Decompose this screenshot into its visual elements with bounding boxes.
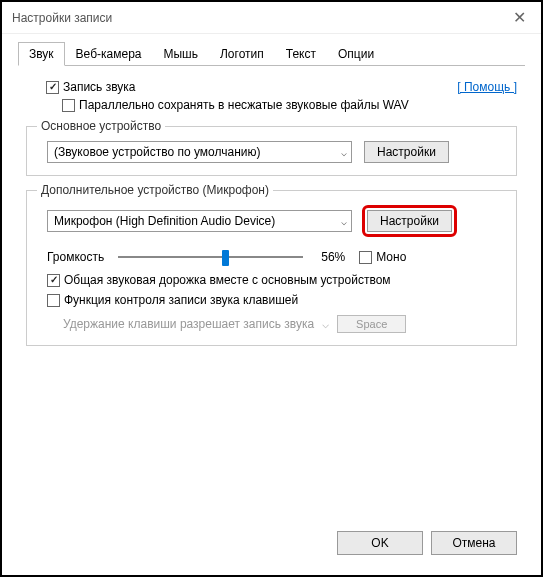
tab-options[interactable]: Опции	[327, 42, 385, 65]
slider-thumb[interactable]	[222, 250, 229, 266]
checkbox-mono[interactable]: Моно	[359, 250, 406, 264]
hotkey-input: Space	[337, 315, 406, 333]
secondary-settings-button[interactable]: Настройки	[367, 210, 452, 232]
checkbox-save-wav[interactable]: Параллельно сохранять в несжатые звуковы…	[62, 98, 409, 112]
check-icon	[62, 99, 75, 112]
secondary-device-legend: Дополнительное устройство (Микрофон)	[37, 183, 273, 197]
chevron-down-icon: ⌵	[322, 317, 329, 331]
secondary-device-combo[interactable]: Микрофон (High Definition Audio Device) …	[47, 210, 352, 232]
checkbox-record-sound[interactable]: Запись звука	[46, 80, 136, 94]
secondary-device-value: Микрофон (High Definition Audio Device)	[54, 214, 337, 228]
slider-track	[118, 256, 303, 258]
check-icon	[47, 294, 60, 307]
checkbox-key-control[interactable]: Функция контроля записи звука клавишей	[47, 293, 298, 307]
volume-label: Громкость	[47, 250, 104, 264]
checkbox-mono-label: Моно	[376, 250, 406, 264]
checkbox-key-control-label: Функция контроля записи звука клавишей	[64, 293, 298, 307]
primary-settings-button[interactable]: Настройки	[364, 141, 449, 163]
checkbox-common-track-label: Общая звуковая дорожка вместе с основным…	[64, 273, 391, 287]
tab-logo[interactable]: Логотип	[209, 42, 275, 65]
check-icon	[359, 251, 372, 264]
primary-device-combo[interactable]: (Звуковое устройство по умолчанию) ⌵	[47, 141, 352, 163]
checkbox-save-wav-label: Параллельно сохранять в несжатые звуковы…	[79, 98, 409, 112]
checkbox-common-track[interactable]: Общая звуковая дорожка вместе с основным…	[47, 273, 391, 287]
tab-webcam[interactable]: Веб-камера	[65, 42, 153, 65]
close-icon[interactable]: ✕	[507, 8, 531, 27]
help-link[interactable]: [ Помощь ]	[457, 80, 517, 94]
volume-slider[interactable]	[118, 247, 303, 267]
ok-button[interactable]: OK	[337, 531, 423, 555]
highlight-annotation: Настройки	[362, 205, 457, 237]
volume-percent: 56%	[311, 250, 345, 264]
primary-device-legend: Основное устройство	[37, 119, 165, 133]
chevron-down-icon: ⌵	[337, 216, 347, 227]
chevron-down-icon: ⌵	[337, 147, 347, 158]
window-title: Настройки записи	[12, 11, 507, 25]
secondary-device-group: Дополнительное устройство (Микрофон) Мик…	[26, 190, 517, 346]
tab-mouse[interactable]: Мышь	[152, 42, 209, 65]
check-icon	[46, 81, 59, 94]
primary-device-group: Основное устройство (Звуковое устройство…	[26, 126, 517, 176]
primary-device-value: (Звуковое устройство по умолчанию)	[54, 145, 337, 159]
cancel-button[interactable]: Отмена	[431, 531, 517, 555]
tabs-bar: Звук Веб-камера Мышь Логотип Текст Опции	[18, 42, 525, 66]
check-icon	[47, 274, 60, 287]
tab-sound[interactable]: Звук	[18, 42, 65, 66]
tab-text[interactable]: Текст	[275, 42, 327, 65]
checkbox-record-sound-label: Запись звука	[63, 80, 136, 94]
hotkey-label: Удержание клавиши разрешает запись звука	[63, 317, 314, 331]
